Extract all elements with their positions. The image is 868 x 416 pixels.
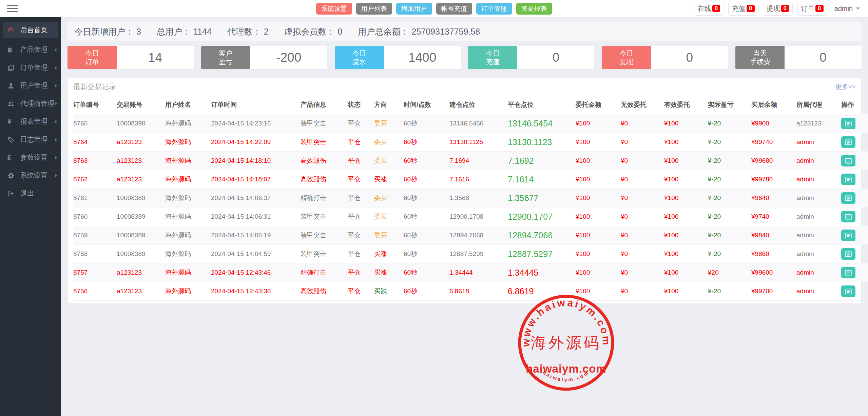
sidebar-item-products[interactable]: ฿产品管理 [0,41,61,59]
bitcoin-icon: ฿ [7,46,17,54]
customer-pnl-card-value: -200 [250,46,327,69]
today-orders-card: 今日 订单14 [67,46,194,69]
order-id: 8765 [73,114,117,133]
agent: admin [796,245,841,263]
direction: 委买 [374,114,404,133]
stat-item: 总用户：1144 [157,26,212,37]
invalid-entrust: ¥0 [621,263,664,282]
entrust-amount: ¥100 [576,245,621,263]
order-time: 2024-04-15 12:43:36 [211,282,301,301]
open-price: 7.1694 [449,152,508,170]
table-row: 8762a123123海外源码2024-04-15 14:18:07高效毁伤平仓… [73,170,868,189]
product-info: 高效毁伤 [301,282,348,301]
customer-pnl-card: 客户 盈亏-200 [201,46,327,69]
order-detail-button[interactable] [841,192,855,204]
valid-entrust: ¥100 [664,133,708,152]
trades-table: 订单编号交易账号用户姓名订单时间产品信息状态方向时间/点数建仓点位平仓点位委托金… [73,95,868,301]
sidebar-item-label: 用户管理 [20,81,47,90]
balance-after: ¥9900 [751,114,796,133]
trade-account: 10008389 [117,245,165,263]
add-user-button[interactable]: 增加用户 [396,3,432,15]
sidebar-item-orders[interactable]: 订单管理 [0,59,61,77]
balance-after: ¥9840 [751,226,796,245]
balance-after: ¥9740 [751,207,796,226]
order-id: 8759 [73,226,117,245]
order-management-button[interactable]: 订单管理 [476,3,512,15]
account-recharge-button[interactable]: 帐号充值 [436,3,472,15]
stat-label: 今日新增用户： [74,26,134,37]
order-detail-button[interactable] [841,267,855,278]
column-header: 产品信息 [301,95,348,114]
yen-icon: ¥ [7,118,17,125]
sidebar-item-home[interactable]: 后台首页 [3,22,58,38]
user-name: 海外源码 [165,245,211,263]
close-price: 12900.1707 [508,207,576,226]
trade-account: 10008389 [117,189,165,207]
hamburger-bar [7,8,18,9]
withdraw-status-label: 提现 [767,4,780,13]
order-detail-button[interactable] [841,230,855,241]
more-link[interactable]: 更多>> [835,82,856,91]
stat-value: 0 [338,27,343,37]
order-detail-button[interactable] [841,174,855,185]
status: 平仓 [348,226,374,245]
menu-toggle-button[interactable] [7,5,18,12]
column-header: 时间/点数 [404,95,449,114]
open-price: 6.8618 [449,282,508,301]
table-row: 876110008389海外源码2024-04-15 14:06:37精确打击平… [73,189,868,207]
user-name: 海外源码 [165,263,211,282]
order-detail-button[interactable] [841,248,855,260]
direction: 委买 [374,226,404,245]
orders-status-label: 订单 [801,4,814,13]
orders-status[interactable]: 订单0 [797,2,827,16]
period-points: 60秒 [404,152,449,170]
tags-icon [7,136,17,143]
direction: 委买 [374,152,404,170]
system-settings-button[interactable]: 系统设置 [316,3,352,15]
invalid-entrust: ¥0 [621,245,664,263]
recharge-status-label: 充值 [732,4,746,13]
order-detail-button[interactable] [841,285,855,297]
stat-label: 总用户： [157,26,191,37]
status: 平仓 [348,282,374,301]
column-header: 买后余额 [751,95,796,114]
operation-cell [841,226,868,245]
sidebar-item-system[interactable]: 系统设置 [0,166,61,184]
agent: admin [796,226,841,245]
sidebar-item-label: 后台首页 [20,25,47,35]
column-header: 订单时间 [211,95,301,114]
actual-pnl: ¥-20 [708,170,751,189]
chevron-right-icon [55,138,57,141]
admin-menu[interactable]: admin [832,3,863,15]
sidebar-item-params[interactable]: £参数设置 [0,148,61,166]
order-detail-button[interactable] [841,211,855,222]
balance-after: ¥9860 [751,245,796,263]
today-turnover-card-label: 今日 流水 [335,46,384,69]
open-price: 12900.1708 [449,207,508,226]
sidebar-item-logs[interactable]: 日志管理 [0,131,61,148]
pound-icon: £ [7,154,17,161]
balance-after: ¥99740 [751,133,796,152]
withdraw-status[interactable]: 提现0 [763,2,793,16]
sidebar-item-reports[interactable]: ¥报表管理 [0,113,61,131]
trades-panel: 最新交易记录 更多>> 订单编号交易账号用户姓名订单时间产品信息状态方向时间/点… [67,78,862,304]
sidebar-item-users[interactable]: 用户管理 [0,77,61,95]
order-id: 8761 [73,189,117,207]
chevron-right-icon [55,120,57,123]
operation-cell [841,245,868,263]
sidebar-item-agents[interactable]: 代理商管理 [0,95,61,113]
order-detail-button[interactable] [841,155,855,166]
entrust-amount: ¥100 [576,263,621,282]
sidebar-item-logout[interactable]: 退出 [0,184,61,202]
recharge-status[interactable]: 充值0 [728,2,758,16]
order-detail-button[interactable] [841,136,855,148]
funds-report-button[interactable]: 资金报表 [516,3,552,15]
online-status[interactable]: 在线0 [694,2,724,16]
order-detail-button[interactable] [841,118,855,129]
chevron-right-icon [55,102,57,105]
column-header: 平仓点位 [508,95,576,114]
valid-entrust: ¥100 [664,245,708,263]
withdraw-status-badge: 0 [781,5,789,13]
user-list-button[interactable]: 用户列表 [356,3,392,15]
today-withdraw-card-label: 今日 提现 [602,46,651,69]
